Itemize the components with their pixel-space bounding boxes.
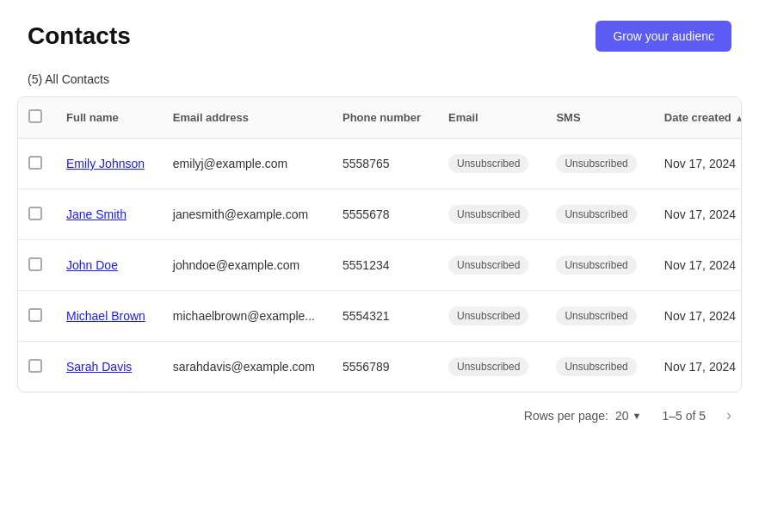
th-phone-number: Phone number xyxy=(329,97,435,139)
table-row: Jane Smith janesmith@example.com 5555678… xyxy=(18,189,742,240)
contact-name-link[interactable]: Sarah Davis xyxy=(66,360,132,374)
rows-per-page-value: 20 xyxy=(615,409,629,423)
rows-per-page-control: Rows per page: 20 ▼ xyxy=(524,409,642,423)
row-email-status: Unsubscribed xyxy=(435,240,542,291)
pagination-info: 1–5 of 5 xyxy=(662,409,706,423)
row-email-address: michaelbrown@example... xyxy=(159,291,329,342)
email-status-badge: Unsubscribed xyxy=(448,154,528,173)
row-date-created: Nov 17, 2024 xyxy=(651,291,742,342)
grow-audience-button[interactable]: Grow your audienc xyxy=(595,21,731,52)
header: Contacts Grow your audienc xyxy=(0,0,759,65)
chevron-down-icon: ▼ xyxy=(632,411,642,421)
row-sms-status: Unsubscribed xyxy=(542,342,650,393)
th-email: Email xyxy=(435,97,542,139)
row-email-address: emilyj@example.com xyxy=(159,139,329,189)
row-email-status: Unsubscribed xyxy=(435,291,542,342)
row-email-address: sarahdavis@example.com xyxy=(159,342,329,393)
row-phone-number: 5556789 xyxy=(329,342,435,393)
page: Contacts Grow your audienc (5) All Conta… xyxy=(0,0,759,532)
th-checkbox xyxy=(18,97,52,139)
table-row: Sarah Davis sarahdavis@example.com 55567… xyxy=(18,342,742,393)
row-sms-status: Unsubscribed xyxy=(542,189,650,240)
row-email-status: Unsubscribed xyxy=(435,342,542,393)
row-full-name: Michael Brown xyxy=(52,291,159,342)
row-sms-status: Unsubscribed xyxy=(542,291,650,342)
row-sms-status: Unsubscribed xyxy=(542,240,650,291)
email-status-badge: Unsubscribed xyxy=(448,256,528,275)
email-status-badge: Unsubscribed xyxy=(448,205,528,224)
page-title: Contacts xyxy=(28,22,131,50)
row-phone-number: 5558765 xyxy=(329,139,435,189)
row-sms-status: Unsubscribed xyxy=(542,139,650,189)
table-footer: Rows per page: 20 ▼ 1–5 of 5 › xyxy=(0,393,759,438)
th-sms: SMS xyxy=(542,97,650,139)
th-email-address: Email address xyxy=(159,97,329,139)
row-checkbox[interactable] xyxy=(28,257,42,271)
sms-status-badge: Unsubscribed xyxy=(556,256,636,275)
contact-name-link[interactable]: Michael Brown xyxy=(66,309,145,323)
row-checkbox[interactable] xyxy=(28,207,42,220)
contact-name-link[interactable]: John Doe xyxy=(66,258,118,272)
next-page-arrow[interactable]: › xyxy=(726,406,731,424)
row-checkbox-cell xyxy=(18,189,52,240)
row-email-address: johndoe@example.com xyxy=(159,240,329,291)
all-contacts-label: (5) All Contacts xyxy=(28,72,109,86)
row-date-created: Nov 17, 2024 xyxy=(651,240,742,291)
table-row: Michael Brown michaelbrown@example... 55… xyxy=(18,291,742,342)
row-checkbox[interactable] xyxy=(28,359,42,373)
sms-status-badge: Unsubscribed xyxy=(556,306,636,325)
row-phone-number: 5551234 xyxy=(329,240,435,291)
row-checkbox[interactable] xyxy=(28,156,42,170)
rows-per-page-select[interactable]: 20 ▼ xyxy=(615,409,641,423)
table-row: John Doe johndoe@example.com 5551234 Uns… xyxy=(18,240,742,291)
sms-status-badge: Unsubscribed xyxy=(556,154,636,173)
sub-header: (5) All Contacts xyxy=(0,65,759,96)
contact-name-link[interactable]: Emily Johnson xyxy=(66,157,145,170)
row-checkbox[interactable] xyxy=(28,308,42,322)
row-full-name: Jane Smith xyxy=(52,189,159,240)
row-date-created: Nov 17, 2024 xyxy=(651,139,742,189)
table-body: Emily Johnson emilyj@example.com 5558765… xyxy=(18,139,742,393)
sms-status-badge: Unsubscribed xyxy=(556,357,636,376)
email-status-badge: Unsubscribed xyxy=(448,357,528,376)
sort-arrow-icon: ▲ xyxy=(735,113,742,123)
email-status-badge: Unsubscribed xyxy=(448,306,528,325)
row-full-name: Emily Johnson xyxy=(52,139,159,189)
row-checkbox-cell xyxy=(18,240,52,291)
th-full-name: Full name xyxy=(52,97,159,139)
row-checkbox-cell xyxy=(18,342,52,393)
contact-name-link[interactable]: Jane Smith xyxy=(66,207,126,221)
rows-per-page-label: Rows per page: xyxy=(524,409,608,423)
row-date-created: Nov 17, 2024 xyxy=(651,342,742,393)
row-checkbox-cell xyxy=(18,291,52,342)
sms-status-badge: Unsubscribed xyxy=(556,205,636,224)
row-full-name: Sarah Davis xyxy=(52,342,159,393)
table-header-row: Full name Email address Phone number Ema… xyxy=(18,97,742,139)
row-email-status: Unsubscribed xyxy=(435,189,542,240)
th-date-created[interactable]: Date created ▲ xyxy=(651,97,742,139)
table-row: Emily Johnson emilyj@example.com 5558765… xyxy=(18,139,742,189)
contacts-table: Full name Email address Phone number Ema… xyxy=(18,97,742,392)
select-all-checkbox[interactable] xyxy=(28,109,42,123)
row-email-address: janesmith@example.com xyxy=(159,189,329,240)
row-full-name: John Doe xyxy=(52,240,159,291)
row-email-status: Unsubscribed xyxy=(435,139,542,189)
row-date-created: Nov 17, 2024 xyxy=(651,189,742,240)
row-phone-number: 5554321 xyxy=(329,291,435,342)
contacts-table-container: Full name Email address Phone number Ema… xyxy=(17,96,742,393)
row-phone-number: 5555678 xyxy=(329,189,435,240)
row-checkbox-cell xyxy=(18,139,52,189)
